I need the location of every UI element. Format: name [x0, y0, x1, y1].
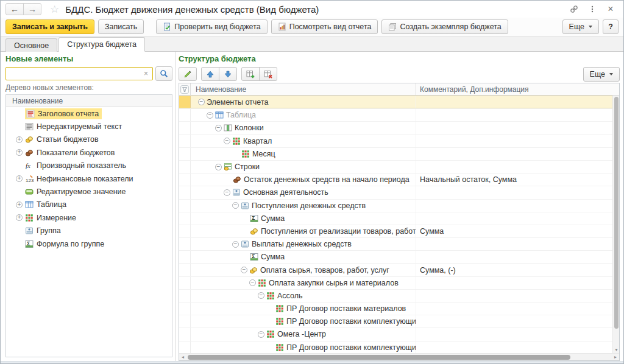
search-input[interactable] [9, 69, 142, 79]
table-row[interactable]: Месяц [179, 147, 619, 160]
table-row[interactable]: −Основная деятельность [179, 186, 619, 198]
help-button[interactable]: ? [603, 19, 619, 34]
name-column-header[interactable]: Наименование [191, 83, 416, 95]
tree-column-header[interactable]: Наименование [6, 95, 172, 107]
save-button[interactable]: Записать [98, 19, 144, 34]
table-row[interactable]: −Выплаты денежных средств [179, 237, 619, 250]
tree-item[interactable]: fxПроизводный показатель [6, 159, 172, 172]
collapse-icon[interactable]: − [241, 267, 247, 273]
collapse-icon[interactable]: − [258, 331, 264, 338]
table-row[interactable]: Поступления от реализации товаров, работ… [179, 225, 619, 237]
tree-item[interactable]: +Показатели бюджетов [6, 146, 172, 159]
row-state-cell [179, 277, 191, 289]
table-row[interactable]: −Омега -Центр [179, 327, 619, 340]
tree-item[interactable]: Нередактируемый текст [6, 120, 172, 133]
scroll-right-icon[interactable]: ▸ [612, 354, 619, 360]
doc-chart-icon [278, 23, 286, 31]
back-button[interactable]: ← [5, 3, 24, 15]
table-row[interactable]: −Поступления денежных средств [179, 199, 619, 212]
collapse-icon[interactable]: − [198, 99, 205, 105]
table-blue-icon [215, 111, 224, 119]
comment-column-header[interactable]: Комментарий, Доп.информация [416, 83, 619, 95]
table-row[interactable]: ΣСумма [179, 250, 619, 263]
expand-icon[interactable]: + [16, 201, 23, 208]
favorite-star-icon[interactable]: ☆ [50, 3, 59, 16]
nonfinancial-icon: 123 [25, 175, 34, 183]
state-column-header[interactable] [179, 83, 191, 95]
create-budget-instance-button[interactable]: Создать экземпляр бюджета [381, 19, 508, 34]
delete-table-button[interactable] [259, 67, 277, 81]
expand-icon[interactable]: + [16, 136, 23, 143]
tree-item[interactable]: +Измерение [6, 211, 172, 224]
collapse-icon[interactable]: − [232, 241, 239, 248]
check-budget-view-button[interactable]: Проверить вид бюджета [156, 19, 267, 34]
tree-item[interactable]: ΣФормула по группе [6, 237, 172, 250]
coins-brown-icon [233, 175, 241, 184]
tab-budget-structure[interactable]: Структура бюджета [58, 37, 145, 52]
scroll-left-icon[interactable]: ◂ [179, 354, 186, 360]
tree-body: Заголовок отчетаНередактируемый текст+Ст… [6, 107, 172, 250]
tab-main[interactable]: Основное [5, 38, 57, 52]
add-table-button[interactable] [241, 67, 260, 81]
table-row[interactable]: −Строки [179, 160, 619, 173]
tree-item[interactable]: Группа [6, 225, 172, 237]
table-row[interactable]: −Элементы отчета [179, 96, 619, 108]
row-comment-cell [416, 328, 619, 340]
scroll-down-icon[interactable]: ▼ [613, 347, 620, 353]
clear-search-icon[interactable]: × [142, 69, 150, 78]
link-icon[interactable] [567, 3, 581, 15]
save-and-close-button[interactable]: Записать и закрыть [5, 19, 94, 34]
horizontal-scroll-thumb[interactable] [188, 355, 570, 360]
tree-item[interactable]: Редактируемое значение [6, 185, 172, 198]
collapse-icon[interactable]: − [224, 138, 230, 144]
collapse-icon[interactable]: − [258, 292, 264, 299]
collapse-icon[interactable]: − [215, 164, 222, 170]
collapse-icon[interactable]: − [207, 112, 213, 119]
row-state-cell [179, 264, 191, 276]
table-row[interactable]: −Таблица [179, 108, 619, 121]
collapse-icon[interactable]: − [224, 189, 230, 196]
view-report-button[interactable]: Посмотреть вид отчета [271, 19, 378, 34]
close-icon[interactable]: × [604, 3, 617, 15]
expand-icon[interactable]: + [16, 214, 23, 221]
table-row[interactable]: −Колонки [179, 121, 619, 134]
row-state-cell [179, 341, 191, 354]
table-row[interactable]: −Оплата сырья, товаров, работ, услугСумм… [179, 263, 619, 276]
table-row[interactable]: −Ассоль [179, 289, 619, 302]
row-name-label: Строки [235, 163, 260, 171]
row-name-label: Сумма [261, 253, 285, 261]
table-row[interactable]: ПР Договор поставки комплектующих [179, 315, 619, 327]
report-header-icon [26, 110, 35, 118]
collapse-icon[interactable]: − [215, 125, 222, 131]
table-row[interactable]: ПР Договор поставки материалов [179, 302, 619, 315]
table-row[interactable]: ПР Договор поставки комплектующих [179, 341, 619, 354]
move-up-button[interactable] [201, 67, 219, 81]
expand-icon[interactable]: + [16, 175, 23, 182]
table-row[interactable]: Остаток денежных средств на начало перио… [179, 173, 619, 186]
row-name-label: Поступления денежных средств [252, 201, 366, 210]
kebab-menu-icon[interactable] [586, 3, 599, 15]
row-state-cell [179, 109, 191, 121]
horizontal-scrollbar[interactable]: ◂ ▸ [179, 353, 619, 360]
collapse-icon[interactable]: − [232, 202, 239, 209]
vertical-scrollbar[interactable]: ▼ [612, 96, 619, 353]
move-down-button[interactable] [219, 67, 237, 81]
table-row[interactable]: −Оплата закупки сырья и материалов [179, 276, 619, 289]
search-button[interactable] [155, 66, 172, 81]
collapse-icon[interactable]: − [249, 279, 256, 286]
expand-icon[interactable]: + [16, 149, 23, 156]
tree-item[interactable]: +123Нефинансовые показатели [6, 172, 172, 185]
more-button[interactable]: Еще [562, 19, 599, 34]
row-comment-cell [416, 303, 619, 315]
vertical-scroll-thumb[interactable] [614, 97, 619, 329]
forward-button[interactable]: → [23, 3, 41, 15]
structure-more-button[interactable]: Еще [583, 67, 620, 82]
tree-item[interactable]: +Статьи бюджетов [6, 133, 172, 146]
row-name-label: Таблица [226, 111, 256, 119]
tree-item[interactable]: +Таблица [6, 198, 172, 211]
table-row[interactable]: ΣСумма [179, 212, 619, 225]
edit-button[interactable] [179, 67, 197, 81]
table-row[interactable]: −Квартал [179, 135, 619, 147]
tree-item[interactable]: Заголовок отчета [6, 107, 172, 120]
group-icon [241, 201, 249, 210]
